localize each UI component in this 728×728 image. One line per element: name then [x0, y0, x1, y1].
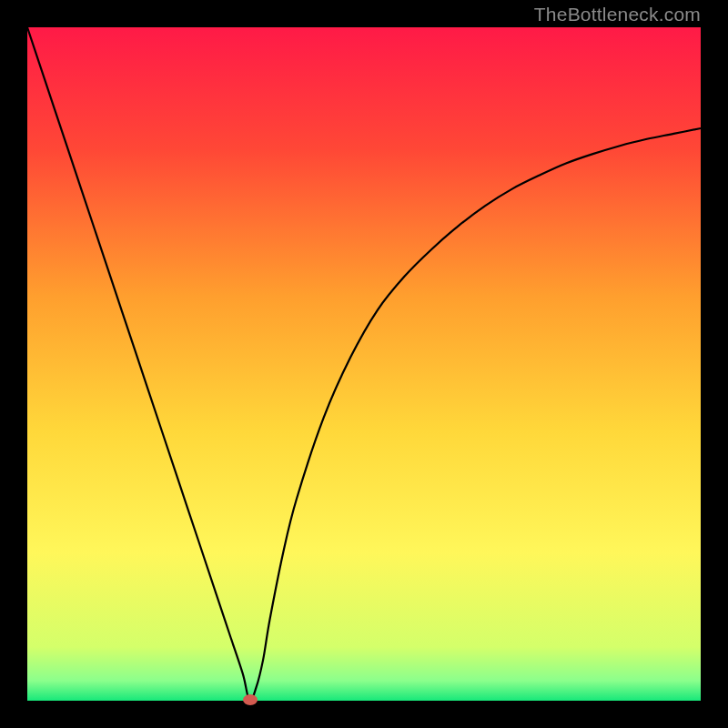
curve-layer: [27, 27, 701, 701]
optimum-marker: [243, 694, 258, 705]
plot-area: [27, 27, 701, 701]
bottleneck-curve: [27, 27, 701, 701]
chart-frame: TheBottleneck.com: [0, 0, 728, 728]
watermark-text: TheBottleneck.com: [534, 4, 701, 25]
